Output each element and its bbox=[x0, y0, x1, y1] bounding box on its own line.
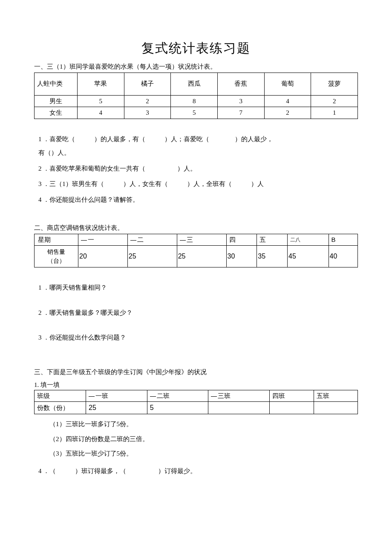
hdr-pineapple: 菠萝 bbox=[311, 73, 358, 95]
table-cell: 3 bbox=[124, 107, 171, 119]
s1-q2: 2 ．喜爱吃苹果和葡萄的女生一共有（ ）人。 bbox=[34, 164, 358, 174]
class-cell: 一班 bbox=[86, 390, 147, 402]
hdr-apple: 苹果 bbox=[78, 73, 124, 95]
s3-c3: （3）五班比一班少订了5份。 bbox=[34, 449, 358, 459]
fruit-table: 人蛀中类 苹果 橘子 西瓜 香蕉 葡萄 菠萝 男生 5 2 8 3 4 2 女生… bbox=[34, 73, 358, 119]
table-cell: 7 bbox=[217, 107, 264, 119]
s2-q1: 1 ．哪两天销售量相同？ bbox=[34, 283, 358, 293]
s2-q2: 2 ．哪天销售量最多？哪天最少？ bbox=[34, 308, 358, 318]
s2-q3: 3 ．你还能提出什么数学问题？ bbox=[34, 333, 358, 343]
s3-c2: （2）四班订的份数是二班的三倍。 bbox=[34, 434, 358, 444]
day-cell: 一 bbox=[78, 234, 128, 246]
table-cell: 2 bbox=[124, 95, 171, 107]
table-cell bbox=[270, 402, 314, 414]
day-cell: 四 bbox=[226, 234, 257, 246]
table-cell bbox=[208, 402, 270, 414]
table-cell: 45 bbox=[288, 246, 329, 267]
table-cell: 2 bbox=[264, 107, 311, 119]
corner-cell: 人蛀中类 bbox=[35, 73, 78, 95]
s1-q1a: 1 ．喜爱吃（ ）的人最多，有（ ）人；喜爱吃（ ）的人最少， bbox=[38, 134, 358, 144]
section3-sub: 1. 填一填 bbox=[34, 380, 358, 390]
table-cell bbox=[314, 402, 357, 414]
row-copies-label: 份数（份） bbox=[35, 402, 86, 414]
section2-heading: 二、商店空调销售状况统计表。 bbox=[34, 223, 358, 233]
s3-q4: 4 ．（ ）班订得最多，（ ）订得最少。 bbox=[34, 466, 358, 476]
class-cell: 四班 bbox=[270, 390, 314, 402]
class-cell: 二班 bbox=[147, 390, 208, 402]
table-cell: 5 bbox=[171, 107, 218, 119]
day-cell: 二 bbox=[127, 234, 177, 246]
day-cell: B bbox=[329, 234, 357, 246]
row-boys-label: 男生 bbox=[35, 95, 78, 107]
hdr-watermelon: 西瓜 bbox=[171, 73, 218, 95]
subscription-table: 班级 一班 二班 三班 四班 五班 份数（份） 25 5 bbox=[34, 390, 358, 415]
hdr-orange: 橘子 bbox=[124, 73, 171, 95]
table-cell: 20 bbox=[78, 246, 128, 267]
s1-q3: 3 ．三（1）班男生有（ ）人，女生有（ ）人，全班有（ ）人 bbox=[34, 179, 358, 189]
row-sales-label: 销售量 （台） bbox=[35, 246, 78, 267]
table-cell: 3 bbox=[217, 95, 264, 107]
s1-q1b: 有（）人。 bbox=[38, 148, 358, 158]
row-class-label: 班级 bbox=[35, 390, 86, 402]
page-title: 复式统计表练习题 bbox=[34, 38, 358, 58]
s1-q1: 1 ．喜爱吃（ ）的人最多，有（ ）人；喜爱吃（ ）的人最少， 有（）人。 bbox=[34, 134, 358, 158]
table-cell: 5 bbox=[78, 95, 124, 107]
table-cell: 5 bbox=[147, 402, 208, 414]
row-girls-label: 女生 bbox=[35, 107, 78, 119]
s3-c1: （1）三班比一班多订了5份。 bbox=[34, 419, 358, 429]
table-cell: 30 bbox=[226, 246, 257, 267]
class-cell: 三班 bbox=[208, 390, 270, 402]
hdr-banana: 香蕉 bbox=[217, 73, 264, 95]
table-cell: 4 bbox=[78, 107, 124, 119]
class-cell: 五班 bbox=[314, 390, 357, 402]
sales-table: 星期 一 二 三 四 五 二八 B 销售量 （台） 20 25 25 30 35… bbox=[34, 234, 358, 268]
day-cell: 五 bbox=[257, 234, 288, 246]
section3-heading: 三、下面是三年级五个班级的学生订阅《中国少年报》的状况 bbox=[34, 367, 358, 377]
day-cell: 二八 bbox=[288, 234, 329, 246]
table-cell: 8 bbox=[171, 95, 218, 107]
table-cell: 25 bbox=[177, 246, 226, 267]
table-cell: 25 bbox=[86, 402, 147, 414]
row-week-label: 星期 bbox=[35, 234, 78, 246]
hdr-grape: 葡萄 bbox=[264, 73, 311, 95]
table-cell: 25 bbox=[127, 246, 177, 267]
table-cell: 4 bbox=[264, 95, 311, 107]
s1-q4: 4 ．你还能提出什么问题？请解答。 bbox=[34, 195, 358, 205]
table-cell: 1 bbox=[311, 107, 358, 119]
table-cell: 40 bbox=[329, 246, 357, 267]
table-cell: 35 bbox=[257, 246, 288, 267]
day-cell: 三 bbox=[177, 234, 226, 246]
section1-heading: 一、三（1）班同学最喜爱吃的水果（每人选一项）状况统计表。 bbox=[34, 62, 358, 72]
table-cell: 2 bbox=[311, 95, 358, 107]
